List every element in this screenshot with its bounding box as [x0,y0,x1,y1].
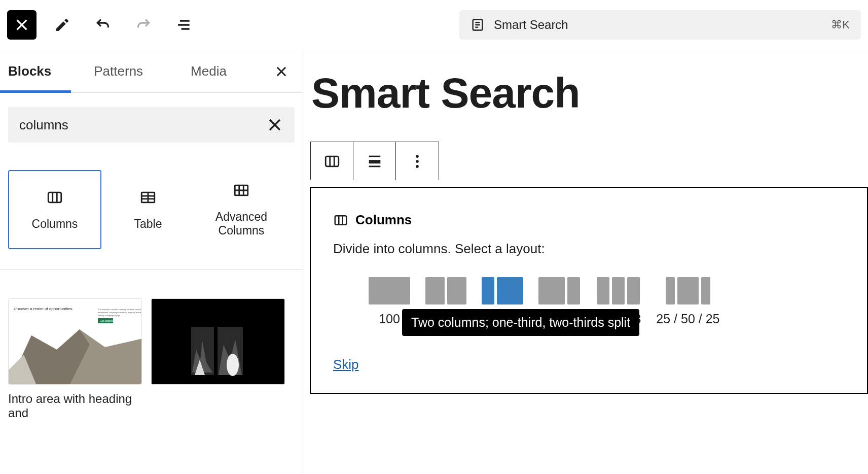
close-icon [274,64,288,79]
grid-icon [233,182,250,199]
pattern-row: Uncover a realm of opportunities. Tracki… [8,298,295,420]
inserter-search-wrap [0,93,303,143]
layout-preview [369,277,410,304]
svg-point-26 [416,165,419,168]
blocks-results-grid: Columns Table Advanced Columns [0,143,303,269]
svg-rect-23 [369,160,380,163]
align-button[interactable] [353,142,396,180]
placeholder-instruction: Divide into columns. Select a layout: [333,241,845,257]
inserter-tabs: Blocks Patterns Media [0,50,303,93]
layout-preview [538,277,580,304]
block-toolbar [310,142,439,180]
svg-text:exceptional, inspiring innovat: exceptional, inspiring innovation, inspi… [98,311,142,314]
svg-point-24 [416,155,419,158]
layout-preview [425,277,466,304]
pattern-thumbnail [151,298,285,385]
toolbar-buttons [7,10,199,40]
smart-search-bar[interactable]: Smart Search ⌘K [459,10,861,40]
layout-option[interactable] [482,277,523,304]
layout-preview-column [567,277,580,304]
block-item-table[interactable]: Table [101,170,195,249]
columns-icon [46,189,63,206]
svg-rect-27 [335,216,347,225]
layout-preview-column [425,277,445,304]
align-icon [366,153,383,170]
layout-preview-column [677,277,699,304]
document-icon [471,18,485,32]
skip-link[interactable]: Skip [333,357,359,373]
placeholder-title: Columns [355,212,412,228]
svg-rect-22 [326,156,339,166]
svg-text:Uncover a realm of opportuniti: Uncover a realm of opportunities. [14,307,74,311]
tab-patterns[interactable]: Patterns [71,50,165,93]
block-item-label: Columns [32,217,78,231]
tab-blocks[interactable]: Blocks [0,50,71,93]
svg-text:Get Started: Get Started [100,319,113,322]
svg-point-21 [227,354,239,376]
columns-icon [323,153,341,170]
layout-preview-column [497,277,523,304]
block-item-advanced-columns[interactable]: Advanced Columns [195,170,288,249]
inserter-search-input[interactable] [19,117,266,133]
list-icon [176,17,192,33]
layout-option[interactable] [538,277,580,304]
pattern-label: Intro area with heading and [8,392,142,420]
layout-preview-column [666,277,675,304]
close-inserter-panel-button[interactable] [269,59,294,84]
undo-icon [95,17,111,33]
block-item-label: Advanced Columns [199,210,284,238]
redo-icon [135,17,152,33]
patterns-preview-section: Uncover a realm of opportunities. Tracki… [0,269,303,420]
layout-preview [666,277,710,304]
columns-icon [333,213,348,228]
layout-option[interactable]: 25 / 50 / 25 [656,277,719,326]
layout-option-label: 25 / 50 / 25 [656,312,719,326]
layout-preview-column [701,277,710,304]
smart-search-label: Smart Search [494,18,568,32]
layout-preview-column [538,277,565,304]
placeholder-header: Columns [333,212,845,228]
kebab-icon [409,153,426,170]
clear-search-button[interactable] [266,116,283,133]
close-icon [14,17,30,33]
page-title[interactable]: Smart Search [311,69,580,118]
active-tab-indicator [0,90,71,93]
layout-option[interactable] [425,277,466,304]
svg-text:Tracking life's complex tapest: Tracking life's complex tapestry, we hav… [98,308,142,311]
keyboard-shortcut-label: ⌘K [831,18,850,31]
close-icon [266,116,283,133]
layout-tooltip: Two columns; one-third, two-thirds split [402,309,639,336]
editor-topbar: Smart Search ⌘K [0,0,868,50]
pattern-card[interactable] [151,298,285,420]
svg-point-25 [416,160,419,163]
table-icon [139,189,157,206]
layout-preview [597,277,640,304]
more-options-button[interactable] [396,142,439,180]
pattern-thumbnail: Uncover a realm of opportunities. Tracki… [8,298,142,385]
block-item-columns[interactable]: Columns [8,170,101,249]
inserter-search-box[interactable] [8,107,295,143]
layout-preview-column [369,277,410,304]
svg-text:Steady satisfying voyage.: Steady satisfying voyage. [98,314,121,317]
layout-preview-column [447,277,466,304]
pattern-card[interactable]: Uncover a realm of opportunities. Tracki… [8,298,142,420]
layout-option-label: 100 [379,312,400,326]
columns-block-placeholder: Columns Divide into columns. Select a la… [310,187,868,394]
block-inserter-panel: Blocks Patterns Media Columns [0,50,303,474]
layout-preview [482,277,523,304]
undo-button[interactable] [88,10,118,40]
block-item-label: Table [134,217,162,231]
layout-preview-column [597,277,609,304]
close-inserter-button[interactable] [7,10,37,40]
layout-preview-column [482,277,494,304]
tab-media[interactable]: Media [165,50,252,93]
layout-preview-column [627,277,640,304]
redo-button[interactable] [129,10,158,40]
svg-rect-1 [48,192,61,202]
layout-preview-column [612,277,625,304]
block-type-button[interactable] [311,142,353,180]
pencil-icon [54,17,70,33]
edit-tool-button[interactable] [48,10,77,40]
document-outline-button[interactable] [169,10,199,40]
